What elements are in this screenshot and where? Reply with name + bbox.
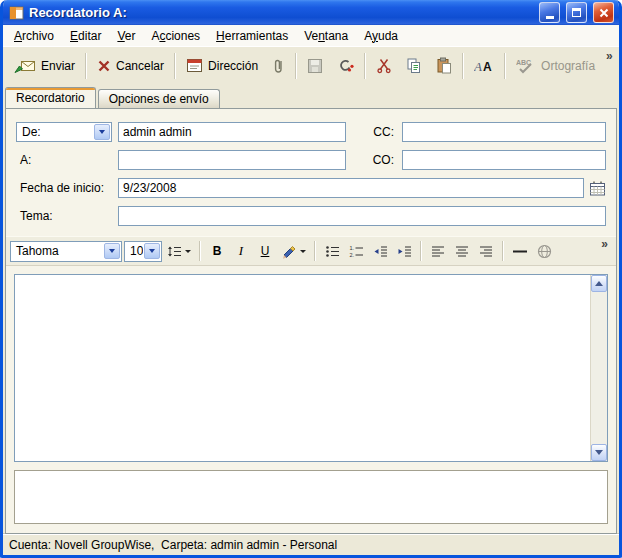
text-color-button[interactable] bbox=[278, 240, 309, 262]
horizontal-rule-button[interactable] bbox=[509, 240, 531, 262]
toolbar-separator bbox=[314, 241, 316, 261]
close-button[interactable] bbox=[593, 2, 614, 23]
menu-editar[interactable]: Editar bbox=[62, 27, 109, 45]
fecha-inicio-label: Fecha de inicio: bbox=[16, 181, 112, 195]
cancel-button[interactable]: Cancelar bbox=[90, 54, 171, 78]
align-right-icon bbox=[479, 245, 493, 258]
send-button[interactable]: Enviar bbox=[7, 53, 82, 79]
caret-icon bbox=[300, 250, 306, 253]
formatting-overflow-button[interactable]: » bbox=[597, 237, 612, 251]
align-right-button[interactable] bbox=[475, 240, 497, 262]
fecha-inicio-input[interactable] bbox=[118, 178, 584, 198]
menu-archivo[interactable]: Archivo bbox=[6, 27, 62, 45]
caret-icon bbox=[185, 250, 191, 253]
attachment-pane[interactable] bbox=[14, 470, 608, 524]
toolbar-separator bbox=[174, 53, 176, 79]
a-input[interactable] bbox=[118, 150, 346, 170]
bold-button[interactable]: B bbox=[206, 240, 228, 262]
chevron-down-icon[interactable] bbox=[94, 124, 110, 140]
copy-button[interactable] bbox=[399, 53, 429, 79]
paste-icon bbox=[436, 57, 452, 74]
send-options-button[interactable] bbox=[330, 53, 361, 79]
line-spacing-icon bbox=[167, 245, 182, 258]
tab-opciones-de-envio[interactable]: Opciones de envío bbox=[98, 89, 220, 109]
scrollbar-track[interactable] bbox=[591, 292, 607, 444]
font-size-combo[interactable]: 10 bbox=[124, 241, 162, 262]
globe-icon bbox=[537, 244, 552, 259]
statusbar: Cuenta: Novell GroupWise, Carpeta: admin… bbox=[3, 534, 619, 555]
chevron-down-icon[interactable] bbox=[144, 243, 160, 259]
font-family-combo[interactable]: Tahoma bbox=[10, 241, 122, 262]
minimize-button[interactable] bbox=[539, 2, 560, 23]
titlebar[interactable]: Recordatorio A: bbox=[3, 0, 619, 25]
calendar-icon bbox=[589, 181, 606, 196]
message-body[interactable] bbox=[15, 275, 590, 461]
de-field-selector[interactable]: De: bbox=[16, 122, 112, 142]
toolbar-separator bbox=[364, 53, 366, 79]
cc-input[interactable] bbox=[402, 122, 606, 142]
tema-label: Tema: bbox=[16, 209, 112, 223]
scroll-up-button[interactable] bbox=[591, 275, 607, 292]
tema-input[interactable] bbox=[118, 206, 606, 226]
cut-button[interactable] bbox=[369, 53, 399, 79]
co-input[interactable] bbox=[402, 150, 606, 170]
underline-button[interactable]: U bbox=[254, 240, 276, 262]
a-label: A: bbox=[16, 153, 112, 167]
send-options-icon bbox=[337, 58, 354, 74]
tab-recordatorio[interactable]: Recordatorio bbox=[5, 87, 96, 108]
address-book-label: Dirección bbox=[208, 59, 258, 73]
menu-ventana[interactable]: Ventana bbox=[296, 27, 356, 45]
paste-button[interactable] bbox=[429, 52, 459, 79]
toolbar-separator bbox=[85, 53, 87, 79]
increase-indent-button[interactable] bbox=[393, 240, 415, 262]
svg-text:2.: 2. bbox=[349, 252, 354, 258]
calendar-picker-button[interactable] bbox=[588, 180, 606, 197]
send-label: Enviar bbox=[41, 59, 75, 73]
status-text: Cuenta: Novell GroupWise, Carpeta: admin… bbox=[9, 538, 337, 552]
arrow-up-icon bbox=[595, 281, 603, 286]
vertical-scrollbar[interactable] bbox=[590, 275, 607, 461]
cancel-label: Cancelar bbox=[116, 59, 164, 73]
cancel-icon bbox=[97, 59, 111, 73]
align-left-button[interactable] bbox=[427, 240, 449, 262]
svg-text:1.: 1. bbox=[349, 245, 354, 251]
svg-text:A: A bbox=[483, 60, 492, 73]
cc-label: CC: bbox=[352, 125, 396, 139]
chevron-down-icon[interactable] bbox=[104, 243, 120, 259]
menu-acciones[interactable]: Acciones bbox=[143, 27, 208, 45]
numbered-list-button[interactable]: 1. 2. bbox=[345, 240, 367, 262]
increase-indent-icon bbox=[397, 245, 412, 258]
spell-check-label: Ortografía bbox=[541, 59, 595, 73]
formatting-toolbar: Tahoma 10 B I U bbox=[6, 236, 616, 266]
save-icon bbox=[307, 58, 323, 74]
toolbar-separator bbox=[199, 241, 201, 261]
address-book-button[interactable]: Dirección bbox=[179, 53, 265, 78]
de-field-selector-value: De: bbox=[17, 125, 93, 139]
copy-icon bbox=[406, 58, 422, 74]
menu-ayuda[interactable]: Ayuda bbox=[356, 27, 406, 45]
italic-button[interactable]: I bbox=[230, 240, 252, 262]
arrow-down-icon bbox=[595, 450, 603, 455]
toolbar-separator bbox=[295, 53, 297, 79]
groupwise-reminder-window: Recordatorio A: Archivo Editar Ver Accio… bbox=[0, 0, 622, 558]
font-size-value: 10 bbox=[125, 244, 143, 258]
decrease-indent-button[interactable] bbox=[369, 240, 391, 262]
menu-ver[interactable]: Ver bbox=[109, 27, 143, 45]
toolbar-overflow-button[interactable]: » bbox=[602, 49, 617, 63]
menu-herramientas[interactable]: Herramientas bbox=[208, 27, 296, 45]
bullet-list-button[interactable] bbox=[321, 240, 343, 262]
line-spacing-button[interactable] bbox=[164, 240, 194, 262]
caret-icon bbox=[149, 249, 155, 253]
font-button[interactable]: A A bbox=[467, 54, 501, 78]
de-input[interactable] bbox=[118, 122, 346, 142]
maximize-button[interactable] bbox=[566, 2, 587, 23]
scroll-down-button[interactable] bbox=[591, 444, 607, 461]
attach-file-button[interactable] bbox=[265, 52, 292, 79]
align-center-button[interactable] bbox=[451, 240, 473, 262]
horizontal-rule-icon bbox=[512, 245, 528, 258]
tabstrip: Recordatorio Opciones de envío bbox=[3, 84, 619, 108]
decrease-indent-icon bbox=[373, 245, 388, 258]
align-left-icon bbox=[431, 245, 445, 258]
co-label: CO: bbox=[352, 153, 396, 167]
bullet-list-icon bbox=[325, 245, 340, 258]
